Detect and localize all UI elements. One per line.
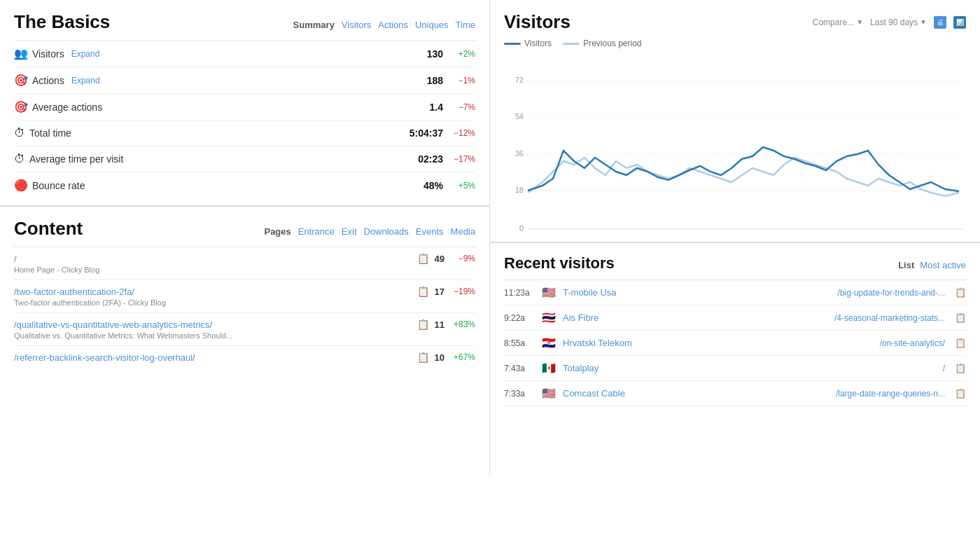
- content-tab-events[interactable]: Events: [416, 226, 444, 237]
- content-panel: Content Pages Entrance Exit Downloads Ev…: [0, 207, 489, 476]
- basics-tab-active: Summary: [293, 20, 335, 30]
- content-item-4: /referrer-backlink-search-visitor-log-ov…: [14, 346, 475, 368]
- content-link-1[interactable]: /: [14, 254, 17, 264]
- metric-row-visitors: 👥 Visitors Expand 130 +2%: [14, 41, 475, 67]
- bounce-label: Bounce rate: [32, 180, 85, 191]
- avg-time-change: −17%: [450, 154, 475, 164]
- recent-tabs: List Most active: [898, 260, 966, 270]
- visitor-flag-1: 🇺🇸: [542, 286, 556, 299]
- total-time-change: −12%: [450, 128, 475, 138]
- content-item-3: /qualitative-vs-quantitative-web-analyti…: [14, 313, 475, 346]
- content-title: Content: [14, 218, 83, 240]
- basics-tab-actions[interactable]: Actions: [378, 20, 408, 30]
- metric-left-visitors: 👥 Visitors Expand: [14, 47, 99, 60]
- legend-line-visitors: [504, 43, 521, 45]
- content-change-2: −19%: [450, 287, 475, 296]
- visitors-change: +2%: [450, 49, 475, 59]
- visitor-page-5[interactable]: /large-date-range-queries-n...: [682, 389, 945, 399]
- visitor-page-1[interactable]: /big-update-for-trends-and-...: [682, 288, 945, 298]
- visitor-isp-2[interactable]: Ais Fibre: [563, 312, 675, 323]
- recent-tab-active: List: [898, 260, 914, 270]
- visitor-isp-5[interactable]: Comcast Cable: [563, 388, 675, 399]
- content-row-2: /two-factor-authentication-2fa/ 📋 17 −19…: [14, 286, 475, 297]
- basics-tab-visitors[interactable]: Visitors: [342, 20, 371, 30]
- content-right-1: 📋 49 −9%: [417, 253, 475, 264]
- visitor-page-3[interactable]: /on-site-analytics/: [682, 338, 945, 348]
- metric-left-avg-actions: 🎯 Average actions: [14, 100, 102, 113]
- visitor-flag-4: 🇲🇽: [542, 361, 556, 375]
- period-dropdown[interactable]: Last 90 days ▼: [870, 18, 927, 27]
- actions-change: −1%: [450, 76, 475, 85]
- content-tab-entrance[interactable]: Entrance: [298, 226, 335, 237]
- visitors-expand[interactable]: Expand: [71, 49, 100, 59]
- content-link-3[interactable]: /qualitative-vs-quantitative-web-analyti…: [14, 319, 212, 330]
- content-clip-icon-1: 📋: [417, 253, 429, 264]
- content-tab-active: Pages: [264, 226, 290, 237]
- total-time-icon: ⏱: [14, 127, 25, 139]
- content-tab-media[interactable]: Media: [451, 226, 475, 237]
- total-time-label: Total time: [29, 127, 71, 139]
- content-clip-icon-3: 📋: [417, 319, 429, 330]
- compare-dropdown[interactable]: Compare... ▼: [813, 18, 863, 27]
- left-column: The Basics Summary Visitors Actions Uniq…: [0, 0, 490, 476]
- visitor-flag-3: 🇭🇷: [542, 336, 556, 350]
- actions-icon: 🎯: [14, 74, 28, 87]
- actions-expand[interactable]: Expand: [71, 76, 100, 85]
- content-count-4: 10: [435, 352, 444, 363]
- content-link-4[interactable]: /referrer-backlink-search-visitor-log-ov…: [14, 352, 195, 363]
- visitor-flag-2: 🇹🇭: [542, 311, 556, 324]
- content-item-2: /two-factor-authentication-2fa/ 📋 17 −19…: [14, 280, 475, 313]
- content-right-3: 📋 11 +83%: [417, 319, 475, 330]
- legend-previous-label: Previous period: [583, 39, 641, 48]
- basics-header: The Basics Summary Visitors Actions Uniq…: [14, 11, 475, 33]
- visitor-isp-1[interactable]: T-mobile Usa: [563, 287, 675, 298]
- content-tab-nav: Pages Entrance Exit Downloads Events Med…: [264, 226, 475, 237]
- content-subtitle-3: Qualitative vs. Quantitative Metrics: Wh…: [14, 331, 475, 340]
- recent-visitors-panel: Recent visitors List Most active 11:23a …: [490, 243, 980, 476]
- recent-tab-most-active[interactable]: Most active: [920, 260, 966, 270]
- print-icon[interactable]: 🖨: [934, 16, 946, 29]
- metric-row-total-time: ⏱ Total time 5:04:37 −12%: [14, 120, 475, 146]
- content-change-4: +67%: [450, 352, 475, 362]
- visitor-time-4: 7:43a: [504, 364, 535, 373]
- avg-time-value: 02:23: [418, 153, 443, 165]
- svg-text:0: 0: [519, 224, 524, 233]
- content-count-2: 17: [435, 287, 444, 297]
- bar-chart-icon[interactable]: 📊: [953, 16, 966, 29]
- visitors-panel: Visitors Compare... ▼ Last 90 days ▼ 🖨 📊: [490, 0, 980, 243]
- visitors-controls: Compare... ▼ Last 90 days ▼ 🖨 📊: [813, 16, 966, 29]
- basics-tab-uniques[interactable]: Uniques: [415, 20, 449, 30]
- metric-row-avg-actions: 🎯 Average actions 1.4 −7%: [14, 94, 475, 120]
- visitor-isp-3[interactable]: Hrvatski Telekom: [563, 338, 675, 348]
- metric-right-avg-actions: 1.4 −7%: [430, 102, 475, 113]
- actions-value: 188: [427, 75, 443, 86]
- content-change-1: −9%: [450, 254, 475, 263]
- period-label: Last 90 days: [870, 18, 918, 27]
- visitors-value: 130: [427, 48, 443, 60]
- total-time-value: 5:04:37: [410, 127, 443, 139]
- basics-tab-time[interactable]: Time: [456, 20, 475, 30]
- avg-actions-value: 1.4: [430, 102, 443, 113]
- bounce-icon: 🔴: [14, 179, 28, 192]
- content-tab-exit[interactable]: Exit: [342, 226, 357, 237]
- metric-row-actions: 🎯 Actions Expand 188 −1%: [14, 67, 475, 94]
- metric-right-actions: 188 −1%: [427, 75, 475, 86]
- avg-time-label: Average time per visit: [29, 153, 123, 165]
- metric-row-avg-time: ⏱ Average time per visit 02:23 −17%: [14, 146, 475, 172]
- visitor-page-2[interactable]: /4-seasonal-marketing-stats...: [682, 313, 945, 323]
- content-right-2: 📋 17 −19%: [417, 286, 475, 297]
- recent-title: Recent visitors: [504, 254, 615, 272]
- metric-left-bounce: 🔴 Bounce rate: [14, 179, 85, 192]
- visitors-header: Visitors Compare... ▼ Last 90 days ▼ 🖨 📊: [504, 11, 966, 33]
- content-subtitle-2: Two-factor authentication (2FA) - Clicky…: [14, 298, 475, 307]
- visitor-isp-4[interactable]: Totalplay: [563, 363, 675, 373]
- bounce-change: +5%: [450, 181, 475, 191]
- content-tab-downloads[interactable]: Downloads: [364, 226, 409, 237]
- visitors-chart-svg: 0 18 36 54 72 Jul 17: [504, 53, 966, 235]
- basics-tab-nav: Summary Visitors Actions Uniques Time: [293, 20, 475, 30]
- visitor-row-1: 11:23a 🇺🇸 T-mobile Usa /big-update-for-t…: [504, 280, 966, 305]
- content-link-2[interactable]: /two-factor-authentication-2fa/: [14, 287, 134, 297]
- visitor-page-4[interactable]: /: [682, 364, 945, 373]
- content-row-1: / 📋 49 −9%: [14, 253, 475, 264]
- visitor-clip-3: 📋: [955, 338, 966, 348]
